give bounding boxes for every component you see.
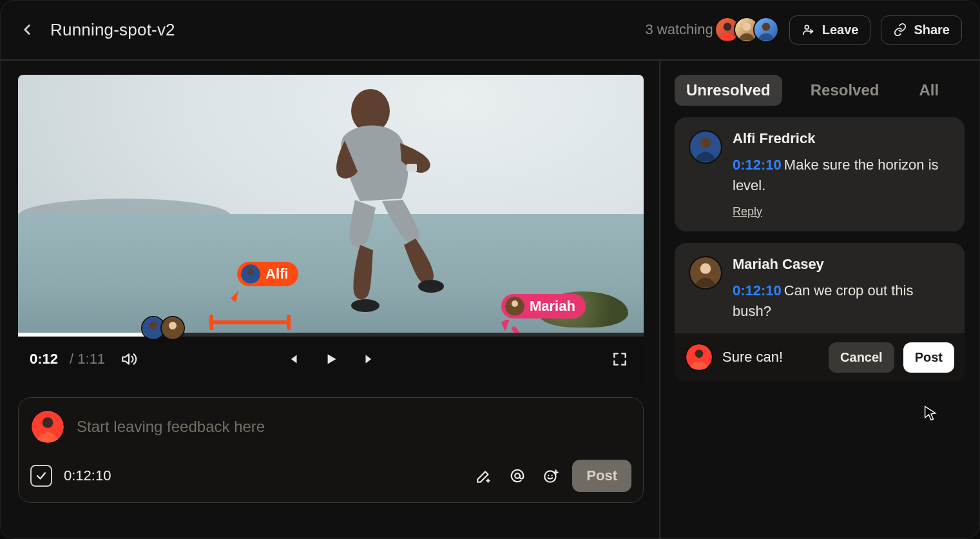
feedback-timestamp: 0:12:10 — [64, 467, 111, 484]
leave-label: Leave — [822, 23, 859, 37]
comment-author: Alfi Fredrick — [733, 130, 950, 147]
time-duration: / 1:11 — [70, 351, 105, 368]
watching-avatars — [721, 17, 779, 43]
avatar — [241, 264, 260, 284]
comment-thread[interactable]: Alfi Fredrick 0:12:10Make sure the horiz… — [675, 117, 965, 231]
svg-point-12 — [247, 268, 254, 275]
avatar — [753, 17, 779, 43]
fullscreen-icon — [611, 351, 628, 368]
leave-button[interactable]: Leave — [789, 15, 871, 44]
page-title: Running-spot-v2 — [50, 20, 175, 40]
svg-point-24 — [548, 475, 549, 476]
link-icon — [893, 23, 907, 37]
leave-icon — [802, 23, 816, 37]
svg-marker-19 — [122, 354, 129, 364]
feedback-post-button[interactable]: Post — [572, 460, 631, 492]
reply-link[interactable]: Reply — [733, 205, 762, 219]
comment-timestamp[interactable]: 0:12:10 — [733, 157, 782, 173]
pencil-icon — [476, 467, 492, 484]
post-button[interactable]: Post — [903, 342, 954, 373]
svg-point-22 — [515, 473, 521, 478]
draw-tool-button[interactable] — [472, 464, 496, 488]
avatar — [689, 130, 722, 164]
comment-body: 0:12:10Can we crop out this bush? — [733, 280, 950, 322]
tab-all[interactable]: All — [907, 75, 950, 106]
step-forward-icon — [361, 351, 378, 368]
tab-unresolved[interactable]: Unresolved — [675, 75, 782, 106]
comments-tabs: Unresolved Resolved All — [675, 75, 965, 106]
mention-button[interactable] — [505, 464, 530, 488]
svg-point-27 — [700, 137, 711, 148]
time-current: 0:12 — [30, 351, 58, 368]
svg-point-21 — [43, 417, 53, 428]
svg-point-29 — [700, 263, 711, 274]
annotation-tag-mariah[interactable]: Mariah — [501, 294, 586, 318]
reply-input[interactable]: Sure can! — [722, 349, 820, 366]
watching-indicator: 3 watching — [646, 17, 779, 43]
comment-thread[interactable]: Mariah Casey 0:12:10Can we crop out this… — [675, 243, 965, 382]
mouse-cursor-icon — [922, 405, 940, 423]
play-button[interactable] — [319, 347, 343, 371]
svg-point-10 — [418, 280, 444, 293]
video-frame[interactable]: Alfi Mariah — [18, 75, 644, 333]
annotation-mariah-label: Mariah — [530, 298, 575, 315]
next-frame-button[interactable] — [358, 347, 382, 371]
annotation-orange-drawing — [205, 291, 308, 333]
volume-button[interactable] — [117, 347, 141, 371]
header: Running-spot-v2 3 watching Leave Share — [0, 0, 980, 61]
play-icon — [323, 351, 340, 368]
svg-point-14 — [512, 300, 518, 307]
video-subject-runner — [293, 85, 461, 333]
annotation-alfi-label: Alfi — [265, 266, 288, 282]
comment-body: 0:12:10Make sure the horizon is level. — [733, 155, 950, 196]
timestamp-checkbox[interactable] — [30, 465, 52, 487]
feedback-composer: Start leaving feedback here 0:12:10 Post — [18, 397, 644, 503]
emoji-plus-icon — [543, 467, 559, 484]
prev-frame-button[interactable] — [280, 347, 305, 371]
watching-label: 3 watching — [646, 21, 713, 38]
svg-point-31 — [695, 349, 704, 358]
svg-point-5 — [762, 23, 770, 31]
svg-rect-8 — [407, 164, 417, 172]
main: Alfi Mariah — [0, 61, 980, 539]
annotation-tag-alfi[interactable]: Alfi — [237, 262, 298, 286]
video-controls: 0:12 / 1:11 — [18, 337, 644, 384]
avatar — [505, 297, 524, 316]
left-pane: Alfi Mariah — [0, 61, 660, 539]
feedback-input[interactable]: Start leaving feedback here — [77, 418, 631, 436]
back-button[interactable] — [18, 21, 36, 39]
svg-point-18 — [169, 322, 177, 329]
comments-panel: Unresolved Resolved All Alfi Fredrick 0:… — [660, 61, 980, 539]
tab-resolved[interactable]: Resolved — [799, 75, 891, 106]
share-label: Share — [914, 23, 950, 37]
svg-point-16 — [149, 322, 157, 329]
step-back-icon — [284, 351, 301, 368]
svg-point-1 — [723, 23, 731, 31]
avatar — [30, 409, 65, 444]
fullscreen-button[interactable] — [608, 347, 632, 371]
annotation-pink-drawing — [488, 320, 566, 333]
svg-point-9 — [351, 299, 380, 312]
svg-point-6 — [805, 25, 809, 29]
share-button[interactable]: Share — [881, 15, 962, 44]
chevron-left-icon — [19, 21, 35, 38]
svg-point-25 — [552, 475, 553, 476]
reply-composer: Sure can! Cancel Post — [675, 333, 965, 382]
check-icon — [35, 470, 47, 482]
avatar — [685, 343, 713, 371]
svg-point-3 — [742, 23, 751, 31]
app-window: Running-spot-v2 3 watching Leave Share — [0, 0, 980, 539]
avatar — [689, 256, 722, 289]
comment-timestamp[interactable]: 0:12:10 — [733, 282, 782, 299]
volume-icon — [120, 351, 137, 368]
emoji-button[interactable] — [539, 464, 563, 488]
comment-author: Mariah Casey — [733, 256, 950, 273]
at-icon — [509, 467, 526, 484]
cancel-button[interactable]: Cancel — [829, 342, 894, 373]
video-card: Alfi Mariah — [18, 75, 644, 384]
